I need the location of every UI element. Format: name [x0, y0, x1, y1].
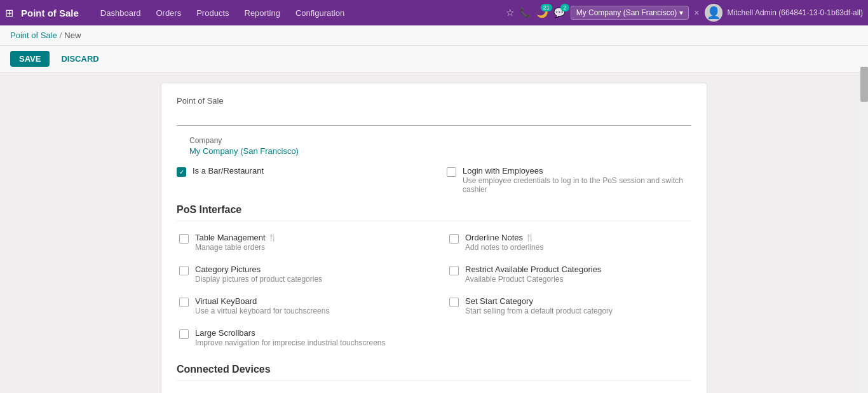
- pos-name-input[interactable]: [177, 109, 691, 126]
- devices-left-col: Connect Devices Connect devices to your …: [177, 386, 434, 393]
- discard-button[interactable]: DISCARD: [55, 51, 105, 67]
- nav-right-section: ☆ 📞 🌙21 💬2 My Company (San Francisco) ▾ …: [506, 4, 863, 22]
- chat-badge: 2: [560, 4, 569, 11]
- restaurant-icon-table: 🍴: [268, 233, 277, 242]
- set-start-category-setting: Set Start Category Start selling from a …: [447, 290, 691, 322]
- nav-menu: Dashboard Orders Products Reporting Conf…: [94, 4, 501, 22]
- interface-settings: Table Management 🍴 Manage table orders C…: [177, 226, 691, 354]
- moon-icon[interactable]: 🌙21: [536, 7, 548, 18]
- pos-interface-heading: PoS Interface: [177, 204, 691, 216]
- user-name[interactable]: Mitchell Admin (664841-13-0-1b63df-all): [728, 8, 863, 17]
- login-employees-label: Login with Employees: [463, 166, 691, 176]
- company-label: Company: [189, 136, 691, 145]
- is-bar-restaurant-setting: Is a Bar/Restaurant: [177, 166, 434, 194]
- restrict-categories-label: Restrict Available Product Categories: [465, 265, 601, 274]
- nav-configuration[interactable]: Configuration: [289, 4, 351, 22]
- interface-right-col: Orderline Notes 🍴 Add notes to orderline…: [434, 226, 691, 354]
- breadcrumb-separator: /: [60, 31, 62, 40]
- restrict-categories-checkbox[interactable]: [449, 266, 459, 275]
- set-start-category-checkbox[interactable]: [449, 298, 459, 307]
- grid-icon[interactable]: ⊞: [5, 7, 13, 19]
- main-content: Point of Sale Company My Company (San Fr…: [0, 72, 868, 393]
- connected-devices-heading: Connected Devices: [177, 364, 691, 375]
- virtual-keyboard-desc: Use a virtual keyboard for touchscreens: [195, 307, 329, 315]
- orderline-notes-checkbox[interactable]: [449, 234, 459, 244]
- orderline-notes-label: Orderline Notes 🍴: [465, 233, 543, 242]
- login-employees-checkbox[interactable]: [447, 167, 456, 177]
- connect-devices-setting: Connect Devices Connect devices to your …: [177, 386, 421, 393]
- company-value: My Company (San Francisco): [189, 146, 691, 156]
- breadcrumb-parent[interactable]: Point of Sale: [10, 31, 57, 40]
- orderline-notes-desc: Add notes to orderlines: [465, 243, 543, 252]
- set-start-category-label: Set Start Category: [465, 296, 613, 306]
- table-management-checkbox[interactable]: [179, 234, 189, 244]
- login-employees-setting: Login with Employees Use employee creden…: [434, 166, 691, 194]
- interface-left-col: Table Management 🍴 Manage table orders C…: [177, 226, 434, 354]
- close-icon[interactable]: ×: [694, 8, 699, 18]
- avatar: 👤: [705, 4, 722, 22]
- pos-name-label: Point of Sale: [177, 96, 691, 106]
- restaurant-icon-orderline: 🍴: [526, 233, 534, 242]
- devices-right-col: IoT Box Connect devices to your PoS (tic…: [434, 386, 691, 393]
- action-bar: SAVE DISCARD: [0, 46, 868, 72]
- table-management-desc: Manage table orders: [195, 243, 277, 252]
- save-button[interactable]: SAVE: [10, 51, 50, 67]
- category-pictures-label: Category Pictures: [195, 265, 322, 274]
- app-name: Point of Sale: [21, 8, 79, 18]
- set-start-category-desc: Start selling from a default product cat…: [465, 307, 613, 315]
- login-employees-desc: Use employee credentials to log in to th…: [463, 176, 691, 194]
- virtual-keyboard-setting: Virtual KeyBoard Use a virtual keyboard …: [177, 290, 421, 322]
- company-selector[interactable]: My Company (San Francisco) ▾: [571, 6, 689, 20]
- chevron-down-icon: ▾: [679, 8, 683, 17]
- nav-orders[interactable]: Orders: [149, 4, 187, 22]
- breadcrumb-current: New: [64, 31, 81, 40]
- top-navigation: ⊞ Point of Sale Dashboard Orders Product…: [0, 0, 868, 25]
- nav-reporting[interactable]: Reporting: [238, 4, 287, 22]
- breadcrumb: Point of Sale / New: [0, 25, 868, 46]
- scrollbar-track[interactable]: [860, 67, 868, 393]
- is-bar-restaurant-checkbox[interactable]: [177, 167, 186, 177]
- large-scrollbars-setting: Large Scrollbars Improve navigation for …: [177, 322, 421, 354]
- table-management-label: Table Management 🍴: [195, 233, 277, 242]
- is-bar-restaurant-label: Is a Bar/Restaurant: [193, 166, 264, 176]
- orderline-notes-setting: Orderline Notes 🍴 Add notes to orderline…: [447, 226, 691, 258]
- phone-icon[interactable]: 📞: [519, 7, 531, 18]
- moon-badge: 21: [541, 4, 552, 11]
- nav-products[interactable]: Products: [190, 4, 235, 22]
- virtual-keyboard-label: Virtual KeyBoard: [195, 296, 329, 306]
- scrollbar-thumb[interactable]: [860, 67, 868, 102]
- restrict-categories-setting: Restrict Available Product Categories Av…: [447, 258, 691, 290]
- category-pictures-desc: Display pictures of product categories: [195, 275, 322, 284]
- star-icon[interactable]: ☆: [506, 7, 514, 18]
- iot-box-setting: IoT Box Connect devices to your PoS (tic…: [447, 386, 691, 393]
- category-pictures-checkbox[interactable]: [179, 266, 189, 275]
- nav-dashboard[interactable]: Dashboard: [94, 4, 147, 22]
- company-section: Company My Company (San Francisco): [189, 136, 691, 156]
- company-name: My Company (San Francisco): [576, 8, 677, 17]
- form-card: Point of Sale Company My Company (San Fr…: [161, 83, 707, 393]
- restrict-categories-desc: Available Product Categories: [465, 275, 601, 284]
- chat-icon[interactable]: 💬2: [553, 7, 566, 18]
- virtual-keyboard-checkbox[interactable]: [179, 298, 189, 307]
- category-pictures-setting: Category Pictures Display pictures of pr…: [177, 258, 421, 290]
- large-scrollbars-label: Large Scrollbars: [195, 328, 385, 338]
- devices-settings: Connect Devices Connect devices to your …: [177, 386, 691, 393]
- large-scrollbars-desc: Improve navigation for imprecise industr…: [195, 338, 385, 347]
- large-scrollbars-checkbox[interactable]: [179, 329, 189, 339]
- table-management-setting: Table Management 🍴 Manage table orders: [177, 226, 421, 258]
